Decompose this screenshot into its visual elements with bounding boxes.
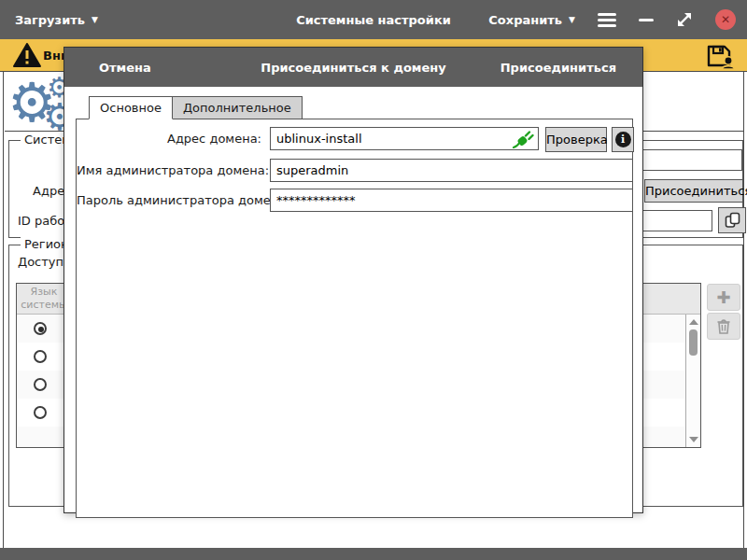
radio-unselected[interactable] — [34, 406, 47, 419]
save-menu-label: Сохранить — [488, 13, 562, 27]
expand-icon[interactable] — [676, 11, 693, 28]
add-language-button[interactable]: ✚ — [707, 284, 740, 311]
bottom-bar — [0, 548, 747, 560]
scroll-up-icon[interactable] — [689, 319, 698, 325]
admin-password-row: Пароль администратора домена: — [77, 189, 632, 213]
tab-basic[interactable]: Основное — [89, 96, 173, 119]
warning-triangle-icon — [13, 43, 41, 68]
dialog-tabs: Основное Дополнительное — [89, 96, 303, 119]
join-domain-button[interactable]: Присоединиться — [644, 179, 743, 203]
admin-password-input[interactable] — [270, 189, 633, 212]
hamburger-menu-icon[interactable] — [598, 13, 616, 27]
info-button[interactable]: i — [612, 127, 634, 152]
minimize-button[interactable] — [639, 19, 654, 21]
plus-icon: ✚ — [716, 287, 730, 307]
radio-unselected[interactable] — [34, 378, 47, 391]
trash-icon — [716, 318, 731, 335]
table-scrollbar[interactable] — [685, 315, 700, 447]
domain-address-label: Адрес домена: — [77, 132, 261, 146]
domain-address-row: Адрес домена: Проверка i — [77, 127, 632, 151]
check-button[interactable]: Проверка — [545, 127, 607, 152]
dialog-content-panel: Адрес домена: Проверка i Имя администрат… — [76, 119, 633, 518]
top-bar: Загрузить ▼ Системные настройки Сохранит… — [0, 0, 747, 39]
save-menu-button[interactable]: Сохранить ▼ — [488, 13, 575, 27]
admin-password-label: Пароль администратора домена: — [77, 193, 261, 207]
radio-unselected[interactable] — [34, 350, 47, 363]
tab-advanced[interactable]: Дополнительное — [173, 96, 303, 119]
copy-icon — [725, 212, 740, 229]
admin-name-input[interactable] — [270, 159, 633, 182]
close-icon: ✕ — [721, 13, 730, 26]
delete-language-button[interactable] — [707, 313, 740, 340]
scrollbar-thumb[interactable] — [689, 329, 698, 356]
scroll-down-icon[interactable] — [689, 437, 698, 442]
copy-button[interactable] — [718, 207, 746, 233]
domain-address-input[interactable] — [270, 127, 539, 150]
chevron-down-icon: ▼ — [569, 16, 575, 24]
join-domain-dialog: Отмена Присоединиться к домену Присоедин… — [63, 47, 643, 513]
screen: Загрузить ▼ Системные настройки Сохранит… — [0, 0, 747, 560]
info-icon: i — [615, 132, 631, 147]
admin-name-row: Имя администратора домена: — [77, 159, 632, 183]
dialog-header: Отмена Присоединиться к домену Присоедин… — [64, 48, 642, 87]
connection-plug-icon — [512, 131, 534, 149]
save-user-icon[interactable] — [706, 42, 736, 70]
close-button[interactable]: ✕ — [715, 9, 736, 30]
join-button[interactable]: Присоединиться — [500, 61, 616, 75]
admin-name-label: Имя администратора домена: — [77, 163, 261, 177]
radio-selected[interactable] — [34, 322, 47, 335]
